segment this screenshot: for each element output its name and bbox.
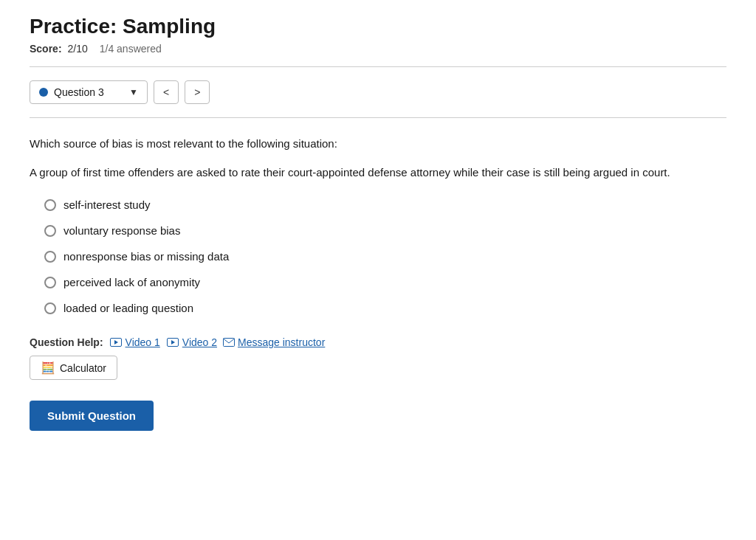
option-item-5[interactable]: loaded or leading question [44, 302, 726, 314]
page-title: Practice: Sampling [30, 15, 726, 38]
chevron-down-icon: ▼ [129, 87, 138, 97]
video1-link[interactable]: Video 1 [109, 336, 160, 348]
score-line: Score: 2/10 1/4 answered [30, 43, 726, 55]
question-help-bar: Question Help: Video 1 Video 2 [30, 336, 726, 348]
nav-divider [30, 117, 726, 118]
video1-label: Video 1 [126, 336, 160, 348]
content-area: Practice: Sampling Score: 2/10 1/4 answe… [0, 0, 756, 460]
answered-label: 1/4 answered [100, 43, 162, 55]
prev-arrow-icon: < [163, 86, 169, 98]
next-question-button[interactable]: > [185, 80, 210, 104]
question-prompt: Which source of bias is most relevant to… [30, 136, 726, 153]
question-nav: Question 3 ▼ < > [30, 80, 726, 104]
mail-icon [223, 338, 235, 347]
radio-5[interactable] [44, 302, 56, 314]
next-arrow-icon: > [194, 86, 200, 98]
top-divider [30, 66, 726, 67]
message-instructor-label: Message instructor [238, 336, 325, 348]
play-icon-2 [166, 337, 179, 347]
option-label-1: self-interest study [63, 198, 151, 211]
calculator-label: Calculator [60, 362, 106, 374]
option-label-2: voluntary response bias [63, 224, 180, 237]
question-dropdown[interactable]: Question 3 ▼ [30, 80, 148, 104]
question-dot [39, 88, 48, 97]
options-list: self-interest study voluntary response b… [44, 198, 726, 314]
radio-4[interactable] [44, 277, 56, 288]
submit-question-button[interactable]: Submit Question [30, 401, 154, 431]
page-container: Practice: Sampling Score: 2/10 1/4 answe… [0, 0, 756, 540]
svg-rect-4 [224, 339, 235, 347]
option-item-3[interactable]: nonresponse bias or missing data [44, 250, 726, 263]
calculator-icon: 🧮 [41, 361, 55, 375]
prev-question-button[interactable]: < [154, 80, 179, 104]
help-label: Question Help: [30, 336, 103, 348]
question-label: Question 3 [54, 86, 123, 98]
svg-marker-3 [171, 340, 175, 345]
svg-marker-1 [114, 340, 118, 345]
message-instructor-link[interactable]: Message instructor [223, 336, 325, 348]
option-item-4[interactable]: perceived lack of anonymity [44, 276, 726, 288]
video2-label: Video 2 [182, 336, 217, 348]
calculator-button[interactable]: 🧮 Calculator [30, 356, 117, 380]
score-label-text: Score: [30, 43, 62, 55]
radio-3[interactable] [44, 251, 56, 263]
option-label-3: nonresponse bias or missing data [63, 250, 229, 263]
option-item-1[interactable]: self-interest study [44, 198, 726, 211]
option-label-4: perceived lack of anonymity [63, 276, 200, 288]
option-label-5: loaded or leading question [63, 302, 193, 314]
submit-label: Submit Question [47, 409, 136, 422]
question-scenario: A group of first time offenders are aske… [30, 165, 726, 181]
radio-1[interactable] [44, 199, 56, 211]
video2-link[interactable]: Video 2 [166, 336, 217, 348]
score-label: Score: 2/10 [30, 43, 88, 55]
score-value: 2/10 [67, 43, 87, 55]
radio-2[interactable] [44, 225, 56, 237]
play-icon-1 [109, 337, 123, 347]
option-item-2[interactable]: voluntary response bias [44, 224, 726, 237]
